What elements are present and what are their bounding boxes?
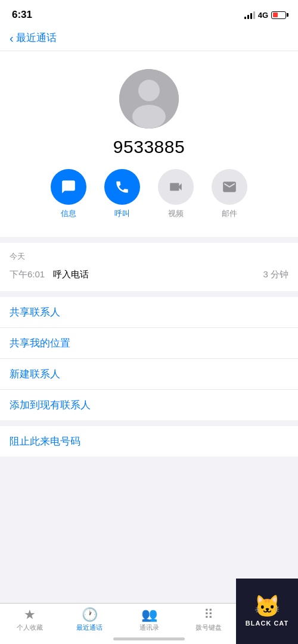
block-section: 阻止此来电号码 xyxy=(0,426,298,457)
svg-point-1 xyxy=(138,80,160,101)
video-label: 视频 xyxy=(168,208,184,219)
nav-bar: ‹ 最近通话 xyxy=(0,26,298,51)
tab-recents-label: 最近通话 xyxy=(76,623,103,632)
call-time: 下午6:01 xyxy=(10,269,48,280)
message-label: 信息 xyxy=(61,208,76,219)
call-duration: 3 分钟 xyxy=(263,269,288,280)
contact-card: 9533885 信息 呼叫 xyxy=(0,51,298,237)
block-number-item[interactable]: 阻止此来电号码 xyxy=(0,426,298,457)
watermark: 🐱 BLACK CAT xyxy=(236,579,298,644)
svg-point-2 xyxy=(132,105,166,129)
message-button[interactable]: 信息 xyxy=(48,169,89,219)
action-buttons: 信息 呼叫 视频 xyxy=(12,169,286,225)
tab-keypad-label: 拨号键盘 xyxy=(195,623,222,632)
home-indicator xyxy=(113,637,185,640)
call-record: 下午6:01 呼入电话 3 分钟 xyxy=(10,267,288,283)
watermark-text: BLACK CAT xyxy=(246,620,288,627)
keypad-icon: ⠿ xyxy=(204,608,213,621)
phone-number: 9533885 xyxy=(113,137,185,157)
new-contact-item[interactable]: 新建联系人 xyxy=(0,359,298,390)
avatar xyxy=(119,69,179,129)
add-to-existing-item[interactable]: 添加到现有联系人 xyxy=(0,390,298,420)
call-type: 呼入电话 xyxy=(53,269,263,280)
battery-icon xyxy=(271,11,286,19)
call-button[interactable]: 呼叫 xyxy=(101,169,143,219)
tab-favorites-label: 个人收藏 xyxy=(17,623,43,632)
back-chevron-icon: ‹ xyxy=(10,32,14,44)
clock-icon: 🕐 xyxy=(82,608,98,621)
tab-keypad[interactable]: ⠿ 拨号键盘 xyxy=(179,608,238,632)
tab-contacts[interactable]: 👥 通讯录 xyxy=(119,608,179,632)
share-contact-item[interactable]: 共享联系人 xyxy=(0,297,298,328)
status-icons: 4G xyxy=(244,11,286,20)
mail-label: 邮件 xyxy=(222,208,237,219)
cat-icon: 🐱 xyxy=(254,596,281,617)
tab-contacts-label: 通讯录 xyxy=(139,623,159,632)
mail-button[interactable]: 邮件 xyxy=(209,169,250,219)
call-label: 呼叫 xyxy=(114,208,130,219)
today-section: 今天 下午6:01 呼入电话 3 分钟 xyxy=(0,243,298,291)
status-bar: 6:31 4G xyxy=(0,0,298,26)
today-header: 今天 xyxy=(10,251,288,262)
share-location-item[interactable]: 共享我的位置 xyxy=(0,328,298,359)
video-button[interactable]: 视频 xyxy=(155,169,197,219)
status-time: 6:31 xyxy=(12,9,32,21)
star-icon: ★ xyxy=(24,608,36,621)
contacts-icon: 👥 xyxy=(141,608,157,621)
tab-recents[interactable]: 🕐 最近通话 xyxy=(60,608,119,632)
back-button[interactable]: ‹ 最近通话 xyxy=(10,31,288,45)
back-label: 最近通话 xyxy=(16,31,57,45)
signal-bars-icon xyxy=(244,11,255,19)
menu-section-1: 共享联系人 共享我的位置 新建联系人 添加到现有联系人 xyxy=(0,297,298,420)
network-label: 4G xyxy=(258,11,268,20)
tab-favorites[interactable]: ★ 个人收藏 xyxy=(0,608,60,632)
